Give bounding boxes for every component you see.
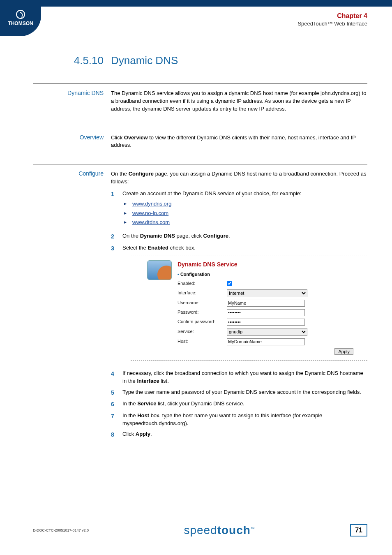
section-label: Dynamic DNS	[33, 90, 111, 117]
service-select[interactable]: gnudip	[227, 328, 307, 336]
screenshot-title: Dynamic DNS Service	[178, 260, 367, 268]
document-id: E-DOC-CTC-20051017-0147 v2.0	[33, 528, 89, 532]
step-2: 2 On the Dynamic DNS page, click Configu…	[111, 232, 367, 240]
label-password: Password:	[178, 309, 227, 316]
label-username: Username:	[178, 300, 227, 306]
step-1: 1 Create an account at the Dynamic DNS s…	[111, 190, 367, 229]
step-4: 4 If necessary, click the broadband conn…	[111, 370, 367, 385]
step-7: 7 In the Host box, type the host name yo…	[111, 412, 367, 428]
top-bar	[0, 0, 392, 7]
thomson-logo: THOMSON	[0, 0, 41, 36]
section-text: Click Overview to view the different Dyn…	[111, 134, 367, 150]
section-overview: Overview Click Overview to view the diff…	[33, 128, 367, 154]
configure-intro: On the Configure page, you can assign a …	[111, 170, 367, 186]
chapter-block: Chapter 4 SpeedTouch™ Web Interface	[297, 7, 367, 27]
step-5: 5 Type the user name and password of you…	[111, 388, 367, 397]
page-title-row: 4.5.10 Dynamic DNS	[33, 54, 367, 67]
section-number: 4.5.10	[33, 54, 111, 67]
links-list: www.dyndns.org www.no-ip.com www.dtdns.c…	[122, 200, 367, 227]
label-confirm: Confirm password:	[178, 319, 227, 325]
link-dtdns[interactable]: www.dtdns.com	[132, 219, 170, 225]
logo-icon	[16, 10, 25, 19]
screenshot-subtitle: Configuration	[178, 271, 367, 278]
label-host: Host:	[178, 338, 227, 345]
chapter-subtitle: SpeedTouch™ Web Interface	[297, 21, 367, 27]
label-enabled: Enabled:	[178, 280, 227, 287]
link-dyndns[interactable]: www.dyndns.org	[132, 201, 171, 207]
link-noip[interactable]: www.no-ip.com	[132, 210, 168, 216]
footer: E-DOC-CTC-20051017-0147 v2.0 speedtouch™…	[0, 524, 392, 537]
step-6: 6 In the Service list, click your Dynami…	[111, 400, 367, 408]
section-dynamic-dns: Dynamic DNS The Dynamic DNS service allo…	[33, 83, 367, 117]
steps-list: 1 Create an account at the Dynamic DNS s…	[111, 190, 367, 439]
section-configure: Configure On the Configure page, you can…	[33, 164, 367, 442]
username-input[interactable]	[227, 300, 305, 307]
password-input[interactable]	[227, 309, 305, 316]
page-title: Dynamic DNS	[111, 54, 178, 67]
page-number: 71	[350, 524, 367, 536]
embedded-screenshot: Dynamic DNS Service Configuration Enable…	[131, 255, 367, 361]
enabled-checkbox[interactable]	[227, 281, 232, 286]
label-interface: Interface:	[178, 290, 227, 296]
section-text: The Dynamic DNS service allows you to as…	[111, 90, 367, 113]
section-label: Overview	[33, 134, 111, 154]
brand-logo: speedtouch™	[184, 524, 255, 537]
section-label: Configure	[33, 170, 111, 442]
host-input[interactable]	[227, 338, 305, 345]
confirm-password-input[interactable]	[227, 319, 305, 326]
chapter-title: Chapter 4	[297, 12, 367, 20]
apply-button[interactable]: Apply	[334, 348, 353, 355]
interface-select[interactable]: Internet	[227, 289, 307, 297]
globe-icon	[147, 260, 172, 280]
header: THOMSON Chapter 4 SpeedTouch™ Web Interf…	[0, 7, 392, 38]
logo-text: THOMSON	[8, 21, 33, 26]
step-3: 3 Select the Enabled check box. Dynamic …	[111, 244, 367, 367]
step-8: 8 Click Apply.	[111, 430, 367, 439]
label-service: Service:	[178, 328, 227, 335]
page-content: 4.5.10 Dynamic DNS Dynamic DNS The Dynam…	[0, 38, 392, 442]
